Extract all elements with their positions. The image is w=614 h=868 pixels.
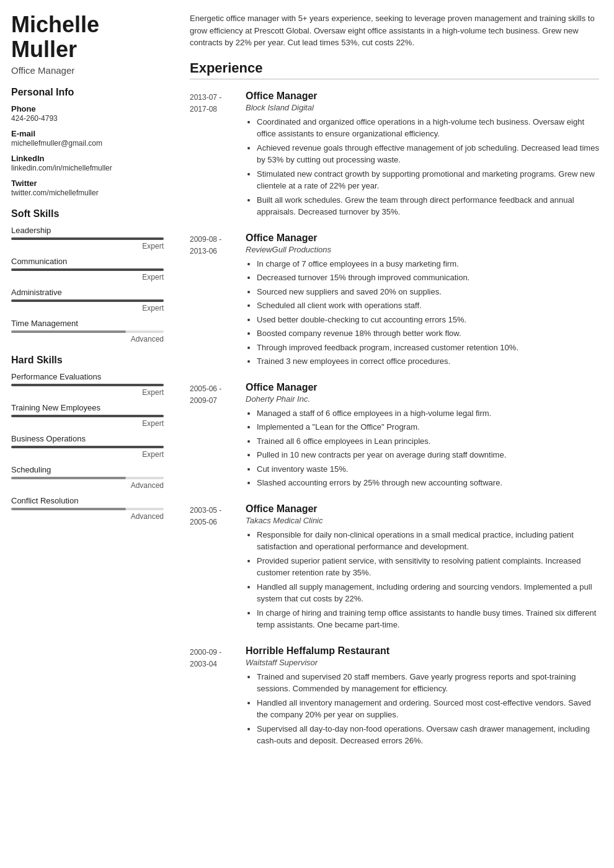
job-bullet: Pulled in 10 new contracts per year on a… (257, 449, 599, 461)
phone-block: Phone 424-260-4793 (11, 104, 164, 123)
linkedin-label: LinkedIn (11, 154, 164, 163)
job-date: 2005-06 - 2009-07 (190, 382, 246, 491)
skill-level: Expert (11, 450, 164, 459)
hard-skill-item: Scheduling Advanced (11, 465, 164, 490)
hard-skill-item: Performance Evaluations Expert (11, 372, 164, 397)
soft-skill-item: Leadership Expert (11, 226, 164, 250)
job-company: Waitstaff Supervisor (246, 658, 599, 667)
phone-value: 424-260-4793 (11, 114, 164, 123)
job-content: Office ManagerReviewGull ProductionsIn c… (246, 232, 599, 370)
job-bullet: Boosted company revenue 18% through bett… (257, 327, 599, 340)
job-bullets: Managed a staff of 6 office employees in… (246, 407, 599, 489)
candidate-name: Michelle Muller (11, 12, 164, 61)
skill-level: Expert (11, 304, 164, 312)
skill-bar-fill (11, 415, 164, 417)
job-bullet: Trained and supervised 20 staff members.… (257, 671, 599, 695)
hard-skill-item: Business Operations Expert (11, 434, 164, 459)
job-bullet: Responsible for daily non-clinical opera… (257, 529, 599, 553)
job-date: 2000-09 - 2003-04 (190, 645, 246, 749)
job-bullets: Responsible for daily non-clinical opera… (246, 529, 599, 631)
skill-level: Expert (11, 242, 164, 250)
personal-info-heading: Personal Info (11, 87, 164, 98)
job-bullet: Scheduled all client work with operation… (257, 299, 599, 312)
skill-level: Expert (11, 388, 164, 397)
job-bullet: Trained 3 new employees in correct offic… (257, 355, 599, 368)
job-content: Office ManagerBlock Island DigitalCoordi… (246, 91, 599, 220)
skill-name: Training New Employees (11, 403, 164, 412)
job-bullets: Coordinated and organized office operati… (246, 116, 599, 218)
skill-bar-fill (11, 508, 126, 510)
job-bullet: In charge of hiring and training temp of… (257, 607, 599, 631)
skill-bar-bg (11, 384, 164, 386)
hard-skill-item: Training New Employees Expert (11, 403, 164, 428)
skill-name: Conflict Resolution (11, 496, 164, 505)
skill-name: Administrative (11, 288, 164, 297)
job-company: Block Island Digital (246, 103, 599, 112)
skill-bar-bg (11, 330, 164, 333)
job-date: 2009-08 - 2013-06 (190, 232, 246, 370)
linkedin-value: linkedin.com/in/michellefmuller (11, 164, 164, 172)
job-bullet: Decreased turnover 15% through improved … (257, 272, 599, 284)
skill-level: Expert (11, 273, 164, 281)
job-bullet: Slashed accounting errors by 25% through… (257, 477, 599, 489)
job-content: Horrible Heffalump RestaurantWaitstaff S… (246, 645, 599, 749)
hard-skills-list: Performance Evaluations Expert Training … (11, 372, 164, 521)
experience-entry: 2009-08 - 2013-06Office ManagerReviewGul… (190, 232, 599, 370)
skill-bar-fill (11, 299, 164, 302)
email-value: michellefmuller@gmail.com (11, 139, 164, 148)
experience-entry: 2005-06 - 2009-07Office ManagerDoherty P… (190, 382, 599, 491)
job-bullet: Supervised all day-to-day non-food opera… (257, 723, 599, 747)
email-label: E-mail (11, 129, 164, 138)
job-content: Office ManagerDoherty Phair Inc.Managed … (246, 382, 599, 491)
hard-skills-heading: Hard Skills (11, 355, 164, 366)
job-title: Office Manager (246, 232, 599, 244)
skill-bar-bg (11, 299, 164, 302)
skill-bar-fill (11, 446, 164, 448)
linkedin-block: LinkedIn linkedin.com/in/michellefmuller (11, 154, 164, 172)
skill-name: Time Management (11, 319, 164, 328)
job-company: ReviewGull Productions (246, 245, 599, 254)
sidebar: Michelle Muller Office Manager Personal … (0, 0, 175, 868)
job-bullet: Trained all 6 office employees in Lean p… (257, 435, 599, 448)
job-bullet: Sourced new suppliers and saved 20% on s… (257, 286, 599, 298)
skill-name: Performance Evaluations (11, 372, 164, 381)
skill-bar-bg (11, 415, 164, 417)
main-content: Energetic office manager with 5+ years e… (175, 0, 614, 868)
experience-entry: 2013-07 - 2017-08Office ManagerBlock Isl… (190, 91, 599, 220)
skill-level: Advanced (11, 512, 164, 521)
twitter-block: Twitter twitter.com/michellefmuller (11, 179, 164, 197)
skill-bar-bg (11, 446, 164, 448)
skill-name: Leadership (11, 226, 164, 235)
job-bullet: Handled all inventory management and ord… (257, 697, 599, 721)
job-company: Doherty Phair Inc. (246, 394, 599, 404)
job-date: 2003-05 - 2005-06 (190, 503, 246, 633)
skill-bar-bg (11, 237, 164, 240)
skill-level: Advanced (11, 335, 164, 343)
job-title: Office Manager (246, 382, 599, 393)
experience-list: 2013-07 - 2017-08Office ManagerBlock Isl… (190, 91, 599, 749)
twitter-label: Twitter (11, 179, 164, 188)
job-bullet: Managed a staff of 6 office employees in… (257, 407, 599, 420)
job-date: 2013-07 - 2017-08 (190, 91, 246, 220)
experience-entry: 2000-09 - 2003-04Horrible Heffalump Rest… (190, 645, 599, 749)
skill-level: Advanced (11, 481, 164, 490)
job-bullet: Through improved feedback program, incre… (257, 342, 599, 354)
summary-text: Energetic office manager with 5+ years e… (190, 12, 599, 49)
job-bullet: Achieved revenue goals through effective… (257, 142, 599, 166)
job-bullets: Trained and supervised 20 staff members.… (246, 671, 599, 747)
job-bullet: Implemented a "Lean for the Office" Prog… (257, 421, 599, 433)
job-bullet: Provided superior patient service, with … (257, 555, 599, 579)
experience-entry: 2003-05 - 2005-06Office ManagerTakacs Me… (190, 503, 599, 633)
soft-skills-list: Leadership Expert Communication Expert A… (11, 226, 164, 343)
skill-bar-fill (11, 268, 164, 271)
email-block: E-mail michellefmuller@gmail.com (11, 129, 164, 148)
soft-skill-item: Time Management Advanced (11, 319, 164, 343)
job-bullet: Cut inventory waste 15%. (257, 463, 599, 476)
job-title: Horrible Heffalump Restaurant (246, 645, 599, 657)
job-bullet: Used better double-checking to cut accou… (257, 314, 599, 326)
job-bullets: In charge of 7 office employees in a bus… (246, 258, 599, 368)
hard-skill-item: Conflict Resolution Advanced (11, 496, 164, 521)
job-bullet: Coordinated and organized office operati… (257, 116, 599, 140)
skill-bar-fill (11, 477, 126, 479)
soft-skills-heading: Soft Skills (11, 208, 164, 219)
